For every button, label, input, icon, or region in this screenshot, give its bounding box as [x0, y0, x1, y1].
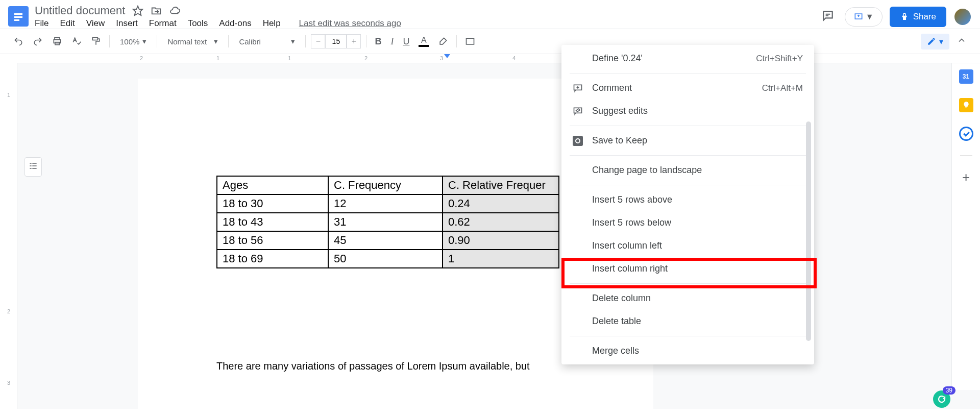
ctx-separator	[570, 336, 806, 336]
style-value: Normal text	[167, 37, 207, 46]
present-button[interactable]: ▼	[845, 7, 883, 27]
ctx-label: Delete table	[573, 316, 803, 327]
ruler-tick: 2	[364, 55, 368, 61]
account-avatar[interactable]	[953, 8, 972, 26]
table-row: Ages C. Frequency C. Relative Frequer	[217, 176, 559, 194]
ctx-merge[interactable]: Merge cells	[561, 339, 814, 362]
ctx-col-left[interactable]: Insert column left	[561, 234, 814, 257]
svg-rect-1	[14, 16, 22, 18]
menu-format[interactable]: Format	[149, 18, 177, 29]
ctx-col-right[interactable]: Insert column right	[561, 257, 814, 280]
outline-toggle-icon[interactable]	[24, 157, 42, 177]
font-select[interactable]: Calibri▾	[234, 35, 300, 48]
collapse-toolbar-icon[interactable]	[953, 32, 970, 51]
svg-rect-9	[467, 38, 474, 44]
table-row: 18 to 43 31 0.62	[217, 213, 559, 231]
print-icon[interactable]	[49, 33, 65, 50]
keep-icon[interactable]	[959, 98, 973, 112]
menu-insert[interactable]: Insert	[116, 18, 138, 29]
move-icon[interactable]	[151, 5, 162, 16]
menu-edit[interactable]: Edit	[60, 18, 75, 29]
ruler-tick: 3	[440, 55, 443, 61]
table-cell[interactable]: 12	[328, 194, 443, 213]
keep-icon	[573, 136, 587, 146]
table-cell[interactable]: 0.24	[443, 194, 559, 213]
document-area: 1 2 3 Ages C. Frequency C. Relative Freq…	[0, 63, 980, 409]
table-row: 18 to 56 45 0.90	[217, 231, 559, 250]
ctx-del-col[interactable]: Delete column	[561, 287, 814, 310]
ruler-indent-marker[interactable]	[444, 54, 450, 58]
body-paragraph[interactable]: There are many variations of passages of…	[216, 360, 574, 372]
vertical-ruler[interactable]: 1 2 3	[0, 63, 17, 409]
app-header: Untitled document File Edit View Insert …	[0, 0, 980, 29]
redo-icon[interactable]	[30, 33, 46, 50]
ctx-del-table[interactable]: Delete table	[561, 310, 814, 333]
cloud-icon[interactable]	[169, 5, 181, 16]
separator	[109, 35, 110, 47]
table-cell[interactable]: 0.90	[443, 231, 559, 250]
tasks-icon[interactable]	[959, 127, 973, 141]
table-cell[interactable]: 18 to 56	[217, 231, 328, 250]
data-table[interactable]: Ages C. Frequency C. Relative Frequer 18…	[216, 176, 559, 268]
bold-button[interactable]: B	[372, 33, 384, 50]
svg-rect-8	[92, 38, 97, 40]
table-cell[interactable]: 18 to 69	[217, 250, 328, 268]
paint-format-icon[interactable]	[88, 33, 104, 50]
zoom-value: 100%	[120, 37, 139, 46]
grammarly-count: 39	[943, 386, 955, 395]
share-button[interactable]: Share	[890, 7, 946, 27]
font-size-control: − +	[311, 34, 361, 48]
calendar-icon[interactable]: 31	[959, 69, 973, 84]
text-color-button[interactable]: A	[415, 33, 432, 50]
table-cell[interactable]: C. Relative Frequer	[443, 176, 559, 194]
table-cell[interactable]: 18 to 30	[217, 194, 328, 213]
separator	[157, 35, 157, 47]
spellcheck-icon[interactable]	[68, 33, 85, 50]
comments-history-icon[interactable]	[818, 6, 838, 28]
horizontal-ruler[interactable]: 2 1 1 2 3 4	[17, 54, 980, 63]
star-icon[interactable]	[132, 5, 143, 16]
zoom-select[interactable]: 100% ▾	[115, 35, 152, 48]
menu-file[interactable]: File	[35, 18, 48, 29]
ctx-rows-below[interactable]: Insert 5 rows below	[561, 211, 814, 234]
font-size-decrease[interactable]: −	[311, 34, 325, 48]
add-addon-icon[interactable]: +	[959, 170, 973, 184]
font-size-increase[interactable]: +	[347, 34, 361, 48]
ctx-keep[interactable]: Save to Keep	[561, 129, 814, 152]
table-cell[interactable]: 50	[328, 250, 443, 268]
underline-button[interactable]: U	[400, 33, 412, 50]
ctx-define[interactable]: Define '0.24' Ctrl+Shift+Y	[561, 47, 814, 70]
table-cell[interactable]: 45	[328, 231, 443, 250]
context-menu: Define '0.24' Ctrl+Shift+Y Comment Ctrl+…	[561, 45, 814, 364]
menu-tools[interactable]: Tools	[188, 18, 208, 29]
menu-view[interactable]: View	[86, 18, 105, 29]
svg-rect-2	[14, 19, 19, 21]
last-edit-link[interactable]: Last edit was seconds ago	[299, 18, 401, 29]
table-cell[interactable]: C. Frequency	[328, 176, 443, 194]
editing-mode-button[interactable]: ▾	[921, 34, 949, 50]
separator	[366, 35, 366, 47]
ctx-suggest[interactable]: Suggest edits	[561, 100, 814, 122]
ctx-rows-above[interactable]: Insert 5 rows above	[561, 188, 814, 211]
table-cell[interactable]: Ages	[217, 176, 328, 194]
ruler-tick: 3	[7, 380, 10, 386]
ctx-scrollbar[interactable]	[806, 121, 811, 341]
ctx-comment[interactable]: Comment Ctrl+Alt+M	[561, 77, 814, 100]
table-cell[interactable]: 18 to 43	[217, 213, 328, 231]
menu-addons[interactable]: Add-ons	[219, 18, 251, 29]
highlight-button[interactable]	[435, 33, 451, 50]
menu-help[interactable]: Help	[263, 18, 281, 29]
comment-icon	[573, 83, 587, 93]
style-select[interactable]: Normal text ▾	[162, 35, 223, 48]
table-cell[interactable]: 1	[443, 250, 559, 268]
document-title[interactable]: Untitled document	[35, 4, 125, 17]
table-cell[interactable]: 31	[328, 213, 443, 231]
insert-image-icon[interactable]	[462, 33, 478, 50]
ctx-landscape[interactable]: Change page to landscape	[561, 159, 814, 182]
table-cell[interactable]: 0.62	[443, 213, 559, 231]
italic-button[interactable]: I	[387, 33, 397, 50]
font-size-input[interactable]	[325, 34, 347, 48]
grammarly-badge[interactable]: 39	[933, 390, 950, 408]
undo-icon[interactable]	[10, 33, 27, 50]
docs-logo[interactable]	[8, 6, 29, 27]
